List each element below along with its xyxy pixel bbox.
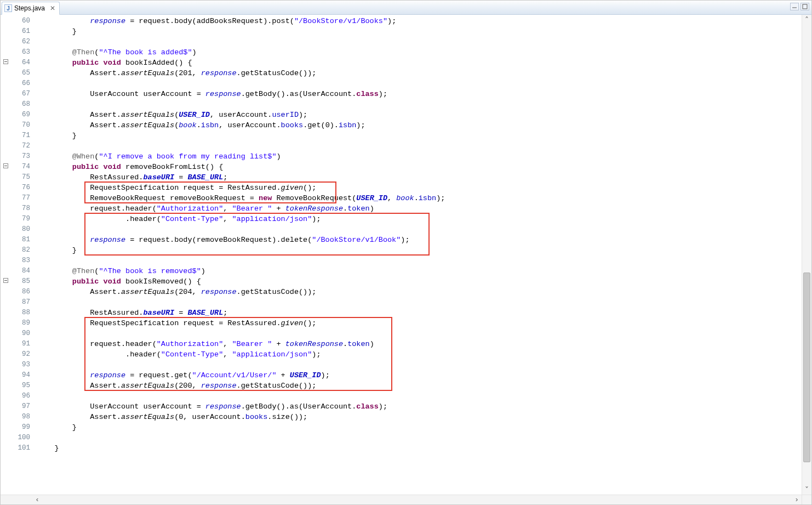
line-number: 84 xyxy=(9,266,32,276)
close-icon[interactable]: ✕ xyxy=(49,5,56,12)
code-line[interactable] xyxy=(37,224,802,235)
code-line[interactable] xyxy=(37,328,802,339)
code-line[interactable] xyxy=(37,256,802,266)
code-line[interactable]: RestAssured.baseURI = BASE_URL; xyxy=(37,308,802,318)
code-line[interactable]: response = request.get("/Account/v1/User… xyxy=(37,370,802,381)
code-line[interactable]: .header("Content-Type", "application/jso… xyxy=(37,349,802,360)
code-line[interactable]: Assert.assertEquals(book.isbn, userAccou… xyxy=(37,120,802,130)
line-number: 73 xyxy=(9,151,32,162)
minimize-button[interactable] xyxy=(790,3,799,10)
line-number: 70 xyxy=(9,120,32,130)
code-line[interactable]: response = request.body(addBooksRequest)… xyxy=(37,16,802,26)
code-line[interactable] xyxy=(37,99,802,110)
line-number: 69 xyxy=(9,110,32,120)
code-line[interactable]: RemoveBookRequest removeBookRequest = ne… xyxy=(37,193,802,203)
line-number: 74 xyxy=(9,162,32,172)
code-line[interactable]: @When("^I remove a book from my reading … xyxy=(37,151,802,162)
scroll-right-button[interactable]: › xyxy=(792,495,802,504)
code-line[interactable]: Assert.assertEquals(USER_ID, userAccount… xyxy=(37,110,802,120)
line-number: 67 xyxy=(9,89,32,99)
scroll-left-button[interactable]: ‹ xyxy=(32,495,42,504)
line-number: 63 xyxy=(9,47,32,58)
code-line[interactable]: RequestSpecification request = RestAssur… xyxy=(37,318,802,328)
line-number: 77 xyxy=(9,193,32,203)
code-line[interactable] xyxy=(37,78,802,89)
line-number: 97 xyxy=(9,401,32,412)
code-line[interactable] xyxy=(37,391,802,401)
code-line[interactable]: public void bookIsAdded() { xyxy=(37,58,802,68)
minimize-icon xyxy=(792,4,797,9)
code-line[interactable]: .header("Content-Type", "application/jso… xyxy=(37,214,802,224)
horizontal-scrollbar[interactable]: ‹ › xyxy=(1,495,811,504)
line-number: 87 xyxy=(9,297,32,308)
code-line[interactable]: public void removeBookFromList() { xyxy=(37,162,802,172)
line-number: 95 xyxy=(9,381,32,391)
code-line[interactable]: @Then("^The book is added$") xyxy=(37,47,802,58)
line-number: 62 xyxy=(9,37,32,47)
scroll-up-button[interactable]: ˄ xyxy=(802,15,811,25)
code-line[interactable]: Assert.assertEquals(200, response.getSta… xyxy=(37,381,802,391)
code-line[interactable]: @Then("^The book is removed$") xyxy=(37,266,802,276)
code-line[interactable] xyxy=(37,360,802,370)
line-number: 90 xyxy=(9,328,32,339)
annotation-gutter[interactable] xyxy=(1,15,9,495)
code-line[interactable] xyxy=(37,37,802,47)
line-number: 78 xyxy=(9,203,32,214)
code-line[interactable] xyxy=(37,297,802,308)
code-line[interactable]: Assert.assertEquals(204, response.getSta… xyxy=(37,287,802,297)
tab-steps-java[interactable]: J Steps.java ✕ xyxy=(2,2,60,15)
tab-filename: Steps.java xyxy=(14,4,45,12)
scroll-down-button[interactable]: ˅ xyxy=(802,485,811,495)
code-line[interactable]: UserAccount userAccount = response.getBo… xyxy=(37,89,802,99)
line-number: 94 xyxy=(9,370,32,381)
code-line[interactable]: RestAssured.baseURI = BASE_URL; xyxy=(37,172,802,183)
vertical-scrollbar[interactable]: ˄ ˅ xyxy=(802,15,811,495)
line-number: 76 xyxy=(9,183,32,193)
code-line[interactable]: request.header("Authorization", "Bearer … xyxy=(37,339,802,349)
maximize-button[interactable] xyxy=(800,3,809,10)
line-number: 80 xyxy=(9,224,32,235)
line-number: 61 xyxy=(9,26,32,37)
code-line[interactable]: } xyxy=(37,26,802,37)
maximize-icon xyxy=(802,4,808,9)
code-line[interactable]: RequestSpecification request = RestAssur… xyxy=(37,183,802,193)
line-number: 85 xyxy=(9,276,32,287)
code-line[interactable]: } xyxy=(37,245,802,256)
line-number: 92 xyxy=(9,349,32,360)
line-number: 81 xyxy=(9,235,32,245)
line-number: 89 xyxy=(9,318,32,328)
code-line[interactable]: response = request.body(removeBookReques… xyxy=(37,235,802,245)
editor-body: 6061626364656667686970717273747576777879… xyxy=(1,15,811,495)
scroll-thumb-vertical[interactable] xyxy=(803,273,810,462)
line-number: 98 xyxy=(9,412,32,422)
code-line[interactable]: Assert.assertEquals(0, userAccount.books… xyxy=(37,412,802,422)
line-number: 101 xyxy=(9,443,32,453)
code-line[interactable] xyxy=(37,433,802,443)
line-number: 99 xyxy=(9,422,32,433)
scrollbar-corner xyxy=(802,495,811,504)
code-line[interactable]: public void bookIsRemoved() { xyxy=(37,276,802,287)
line-number: 75 xyxy=(9,172,32,183)
line-number: 72 xyxy=(9,141,32,151)
code-line[interactable]: request.header("Authorization", "Bearer … xyxy=(37,203,802,214)
editor-frame: J Steps.java ✕ 6061626364656667686970717… xyxy=(0,0,812,505)
code-line[interactable]: } xyxy=(37,130,802,141)
code-line[interactable]: } xyxy=(37,422,802,433)
java-file-icon: J xyxy=(4,4,12,12)
svg-rect-1 xyxy=(803,4,807,9)
code-line[interactable]: UserAccount userAccount = response.getBo… xyxy=(37,401,802,412)
fold-toggle-icon[interactable] xyxy=(3,278,8,283)
line-number: 91 xyxy=(9,339,32,349)
line-number: 96 xyxy=(9,391,32,401)
line-number: 64 xyxy=(9,58,32,68)
line-number: 82 xyxy=(9,245,32,256)
code-line[interactable]: } xyxy=(37,443,802,453)
code-line[interactable] xyxy=(37,141,802,151)
code-line[interactable]: Assert.assertEquals(201, response.getSta… xyxy=(37,68,802,78)
code-area[interactable]: response = request.body(addBooksRequest)… xyxy=(32,15,802,495)
line-number-gutter[interactable]: 6061626364656667686970717273747576777879… xyxy=(9,15,32,495)
line-number: 86 xyxy=(9,287,32,297)
fold-toggle-icon[interactable] xyxy=(3,163,8,168)
line-number: 68 xyxy=(9,99,32,110)
fold-toggle-icon[interactable] xyxy=(3,59,8,64)
